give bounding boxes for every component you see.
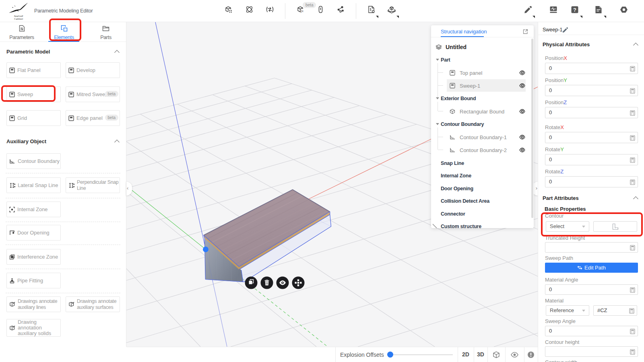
svg-text:fx: fx [301, 9, 303, 13]
svg-text:?: ? [573, 7, 576, 13]
